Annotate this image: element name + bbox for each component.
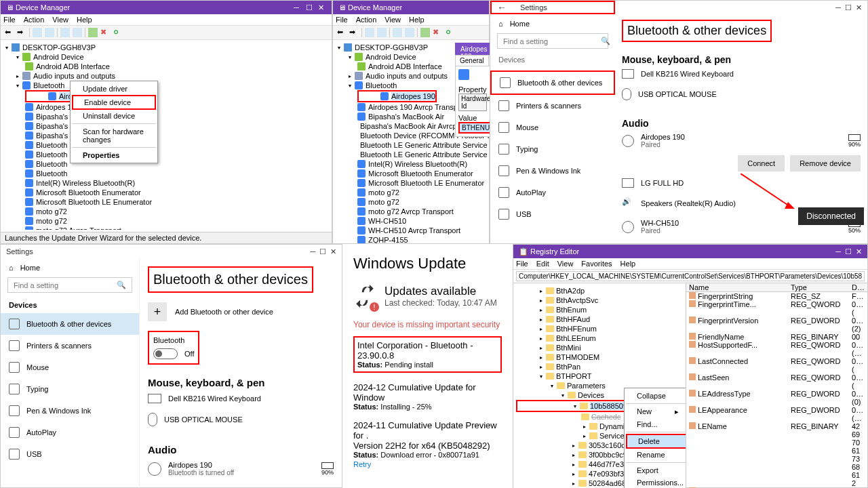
ctx-rename[interactable]: Rename: [626, 449, 686, 461]
menu-file[interactable]: File: [516, 260, 528, 268]
adb-node[interactable]: Android ADB Interface: [36, 62, 110, 70]
bt-item[interactable]: Bluetooth: [36, 150, 67, 159]
kb-name[interactable]: Dell KB216 Wired Keyboard: [168, 394, 261, 403]
col-name[interactable]: Name: [689, 283, 791, 291]
reg-value-row[interactable]: FingerprintVersionREG_DWORD0x00000002 (2…: [686, 317, 867, 333]
tab-general[interactable]: General: [456, 56, 489, 66]
bt-item[interactable]: Bipasha's MacBook Air: [368, 113, 444, 121]
search-input[interactable]: [503, 37, 597, 45]
bt-item[interactable]: moto g72: [368, 188, 399, 197]
reg-value-row[interactable]: FriendlyNameREG_BINARY00: [686, 333, 867, 341]
kb-name[interactable]: Dell KB216 Wired Keyboard: [641, 70, 734, 78]
retry-link[interactable]: Retry: [353, 460, 502, 468]
bt-item[interactable]: Airdopes 190: [391, 92, 435, 100]
menu-edit[interactable]: Edit: [536, 260, 549, 268]
bt-item[interactable]: Bluetooth: [36, 169, 67, 178]
bt-item[interactable]: ZQHP-4155: [368, 236, 408, 243]
menu-file[interactable]: File: [3, 16, 16, 24]
pen-item[interactable]: Pen & Windows Ink: [490, 160, 615, 182]
bt-item[interactable]: Microsoft Bluetooth LE Enumerator: [36, 198, 152, 206]
bt-item[interactable]: moto g72: [368, 198, 399, 206]
ctx-update[interactable]: Update driver: [72, 83, 156, 95]
bluetooth-node[interactable]: Bluetooth: [366, 81, 397, 89]
usb-item[interactable]: USB: [1, 443, 139, 465]
key-item[interactable]: BTHMODEM: [556, 353, 599, 361]
audio-node[interactable]: Audio inputs and outputs: [366, 72, 448, 80]
key-item[interactable]: BthHFAud: [556, 315, 590, 323]
menu-view[interactable]: View: [384, 16, 401, 24]
subkey[interactable]: 3f00bbc9c9: [589, 451, 627, 459]
bt-item[interactable]: WH-CH510: [368, 217, 406, 225]
autoplay-item[interactable]: AutoPlay: [490, 182, 615, 203]
reg-value-row[interactable]: LastSeenREG_QWORD0x1db35e6123e4272 (: [686, 373, 867, 390]
reg-value-row[interactable]: FingerprintTime...REG_QWORD0x1db58296054…: [686, 300, 867, 317]
printers-item[interactable]: Printers & scanners: [1, 335, 139, 357]
airdopes-name[interactable]: Airdopes 190: [168, 461, 315, 469]
tb-icon[interactable]: ⭘: [445, 28, 454, 37]
mouse-name[interactable]: USB OPTICAL MOUSE: [638, 90, 717, 98]
typing-item[interactable]: Typing: [490, 138, 615, 160]
autoplay-item[interactable]: AutoPlay: [1, 422, 139, 443]
bt-item[interactable]: Bipasha's: [36, 113, 68, 121]
reg-value-row[interactable]: LastConnectedREG_QWORD0x1db35e6123e4272 …: [686, 357, 867, 373]
fwd-icon[interactable]: ➡: [349, 28, 359, 37]
subkey[interactable]: Cachedc: [591, 413, 620, 421]
key-devices[interactable]: Devices: [578, 391, 604, 399]
tb-icon[interactable]: [365, 28, 374, 37]
lg-name[interactable]: LG FULL HD: [641, 179, 684, 187]
add-button[interactable]: +: [148, 302, 167, 321]
ctx-find[interactable]: Find...: [626, 418, 686, 430]
back-icon[interactable]: ⬅: [337, 28, 347, 37]
ctx-export[interactable]: Export: [626, 464, 686, 476]
search-input[interactable]: [14, 281, 113, 289]
bt-item[interactable]: Bluetooth LE Generic Attribute Service: [360, 150, 488, 159]
path-input[interactable]: [516, 271, 865, 281]
bt-item[interactable]: Intel(R) Wireless Bluetooth(R): [36, 179, 135, 187]
bt-item[interactable]: Airdopes 190 Avrcp Transport: [368, 103, 467, 111]
root-node[interactable]: DESKTOP-GGH8V3P: [22, 43, 96, 52]
pen-item[interactable]: Pen & Windows Ink: [1, 400, 139, 422]
menu-action[interactable]: Action: [356, 16, 377, 24]
tb-icon[interactable]: ⭘: [113, 28, 122, 37]
maximize-button[interactable]: ☐: [845, 247, 852, 256]
maximize-button[interactable]: ☐: [306, 3, 314, 12]
key-item[interactable]: BthEnum: [556, 306, 587, 314]
key-item[interactable]: BthLEEnum: [556, 334, 596, 342]
bt-item[interactable]: Airdopes 1: [36, 103, 72, 111]
android-node[interactable]: Android Device: [366, 53, 416, 61]
bt-item[interactable]: moto g72 Avrcp Transport: [368, 207, 454, 216]
close-button[interactable]: ✕: [330, 247, 336, 256]
ctx-props[interactable]: Properties: [72, 149, 156, 161]
subkey[interactable]: 446d7f7e34: [589, 460, 628, 468]
bt-item[interactable]: Bipasha's: [36, 131, 68, 140]
close-button[interactable]: ✕: [318, 3, 326, 12]
mouse-item[interactable]: Mouse: [490, 117, 615, 138]
tb-icon[interactable]: [405, 28, 414, 37]
mouse-item[interactable]: Mouse: [1, 357, 139, 378]
ctx-uninstall[interactable]: Uninstall device: [72, 110, 156, 122]
minimize-button[interactable]: ─: [835, 3, 841, 12]
remove-button[interactable]: Remove device: [790, 155, 861, 171]
speakers-name[interactable]: Speakers (Realtek(R) Audio): [641, 199, 736, 207]
bt-item[interactable]: moto g72 Avrcp Transport: [36, 226, 121, 230]
bt-item[interactable]: moto g72: [36, 207, 67, 216]
close-button[interactable]: ✕: [856, 247, 862, 256]
tb-icon[interactable]: [45, 28, 54, 37]
subkey[interactable]: 47e093bf39: [589, 470, 628, 478]
bt-item[interactable]: Microsoft Bluetooth Enumerator: [368, 169, 473, 178]
bt-item[interactable]: Bluetooth LE Generic Attribute Service: [360, 141, 488, 149]
menu-help[interactable]: Help: [620, 260, 636, 268]
bt-item[interactable]: Microsoft Bluetooth Enumerator: [36, 188, 141, 197]
reg-value-row[interactable]: HostSupportedF...REG_QWORD0x000000000f (…: [686, 341, 867, 357]
reg-value-row[interactable]: LENameREG_BINARY42 69 70 61 73 68 61 2: [686, 422, 867, 487]
menu-help[interactable]: Help: [409, 16, 425, 24]
back-icon[interactable]: ←: [497, 2, 507, 13]
maximize-button[interactable]: ☐: [319, 247, 326, 256]
ctx-scan[interactable]: Scan for hardware changes: [72, 125, 156, 146]
bt-item[interactable]: Microsoft Bluetooth LE Enumerator: [368, 179, 484, 187]
key-item[interactable]: BthPan: [556, 363, 580, 371]
tb-icon[interactable]: ✖: [100, 28, 110, 37]
key-item[interactable]: BthHFEnum: [556, 325, 597, 333]
root-node[interactable]: DESKTOP-GGH8V3P: [355, 43, 428, 52]
key-item[interactable]: BthMini: [556, 344, 581, 352]
